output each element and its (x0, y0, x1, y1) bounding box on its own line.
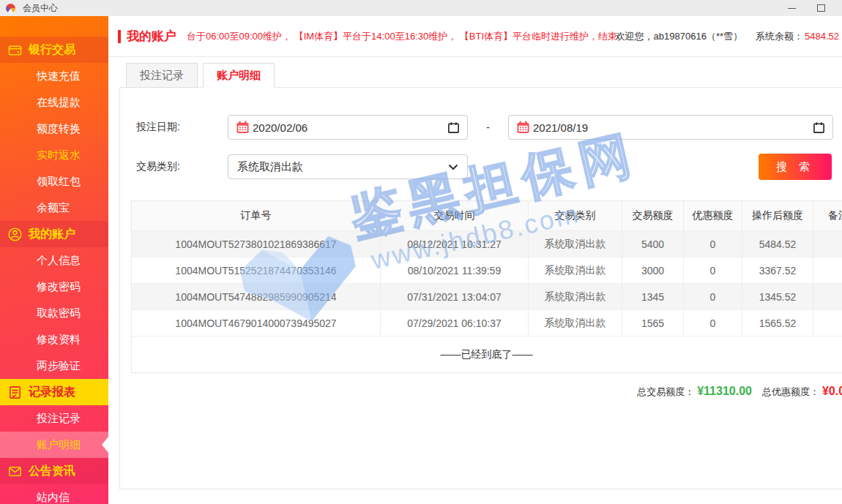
date-from-value: 2020/02/06 (253, 121, 447, 134)
sidebar-item-two-step-verify[interactable]: 两步验证 (0, 353, 108, 379)
sidebar-section-my-account[interactable]: 我的账户 (0, 221, 108, 247)
end-message: ——已经到底了—— (441, 348, 533, 361)
announcement-bar: 我的账户 台于06:00至09:00维护， 【IM体育】平台于14:00至16:… (108, 16, 842, 57)
column-header-3: 交易类别 (529, 201, 622, 230)
date-to-input[interactable]: 2021/08/19 (508, 115, 833, 140)
column-header-7: 备注 (813, 201, 842, 230)
total-discount-label: 总优惠额度： (762, 386, 819, 397)
table-cell (813, 231, 842, 257)
chevron-down-icon (448, 164, 458, 170)
table-cell: 0 (684, 310, 742, 336)
sidebar-item-quick-deposit[interactable]: 快速充值 (0, 63, 108, 89)
page-title-accent (118, 30, 121, 43)
date-from-input[interactable]: 2020/02/06 (228, 115, 468, 140)
sidebar-label: 记录报表 (29, 385, 75, 400)
window-titlebar: 会员中心 (0, 0, 842, 16)
table-cell: 系统取消出款 (529, 284, 622, 309)
system-balance: 系统余额：5484.52 (756, 30, 842, 43)
sidebar-label: 在线提款 (37, 96, 81, 110)
table-cell: 07/31/2021 13:04:07 (381, 284, 529, 309)
table-cell: 1004MOUT5474882985990905214 (132, 284, 381, 309)
sidebar: 银行交易快速充值在线提款额度转换实时返水领取红包余额宝我的账户个人信息修改密码取… (0, 16, 108, 504)
table-body: 1004MOUT527380102186938661708/12/2021 10… (132, 231, 842, 336)
sidebar-section-records-report[interactable]: 记录报表 (0, 379, 108, 405)
minimize-button[interactable] (779, 0, 804, 16)
sidebar-label: 站内信 (37, 491, 70, 504)
user-icon (7, 227, 23, 242)
table-cell (813, 257, 842, 283)
balance-value: 5484.52 (805, 31, 839, 42)
table-cell: 系统取消出款 (529, 310, 622, 336)
sidebar-label: 修改密码 (37, 280, 81, 294)
column-header-5: 优惠额度 (684, 201, 742, 230)
calendar-icon (516, 121, 530, 135)
total-amount-label: 总交易额度： (637, 386, 694, 397)
table-cell: 0 (684, 231, 742, 257)
content-card: 投注日期: 2020/02/06 - 2021/08/19 (119, 87, 842, 489)
date-filter-label: 投注日期: (136, 121, 228, 134)
maximize-button[interactable] (808, 0, 833, 16)
sidebar-item-quota-transfer[interactable]: 额度转换 (0, 116, 108, 142)
sidebar-label: 余额宝 (37, 201, 70, 215)
sidebar-item-realtime-rebate[interactable]: 实时返水 (0, 142, 108, 168)
tab-account-details[interactable]: 账户明细 (203, 63, 275, 88)
table-cell: 1004MOUT5273801021869386617 (132, 231, 381, 257)
sidebar-item-yuebao[interactable]: 余额宝 (0, 195, 108, 221)
sidebar-item-site-mail[interactable]: 站内信 (0, 484, 108, 504)
sidebar-item-online-withdraw[interactable]: 在线提款 (0, 89, 108, 116)
balance-label: 系统余额： (756, 31, 803, 42)
table-cell: 08/12/2021 10:31:27 (381, 231, 529, 257)
column-header-6: 操作后额度 (742, 201, 813, 230)
total-discount-value: ¥0.00 (822, 385, 842, 397)
sidebar-item-change-password[interactable]: 修改密码 (0, 274, 108, 300)
table-cell: 5484.52 (742, 231, 813, 257)
sidebar-label: 两步验证 (37, 359, 81, 373)
date-picker-icon[interactable] (813, 121, 825, 134)
table-cell (813, 284, 842, 309)
sidebar-menu: 银行交易快速充值在线提款额度转换实时返水领取红包余额宝我的账户个人信息修改密码取… (0, 16, 108, 504)
sidebar-section-announcements[interactable]: 公告资讯 (0, 458, 108, 484)
sidebar-item-account-details[interactable]: 账户明细 (0, 432, 108, 458)
page-title: 我的账户 (127, 28, 176, 45)
table-cell: 07/29/2021 06:10:37 (381, 310, 529, 336)
sidebar-item-edit-profile[interactable]: 修改资料 (0, 326, 108, 353)
sidebar-label: 投注记录 (37, 412, 81, 426)
table-cell: 1565 (622, 310, 684, 336)
table-cell: 0 (684, 257, 742, 283)
table-cell: 1004MOUT4679014000739495027 (132, 310, 381, 336)
table-cell: 5400 (622, 231, 684, 257)
table-cell: 0 (684, 284, 742, 309)
sidebar-item-withdraw-password[interactable]: 取款密码 (0, 300, 108, 326)
sidebar-label: 账户明细 (37, 438, 81, 452)
tab-strip: 投注记录 账户明细 (108, 57, 842, 87)
transaction-type-select[interactable]: 系统取消出款 (228, 154, 468, 179)
main-content: 我的账户 台于06:00至09:00维护， 【IM体育】平台于14:00至16:… (108, 16, 842, 504)
table-row-1: 1004MOUT527380102186938661708/12/2021 10… (132, 231, 842, 257)
totals-row: 总交易额度：¥11310.00总优惠额度：¥0.00 (131, 385, 842, 399)
type-filter-label: 交易类别: (136, 160, 228, 173)
sidebar-item-red-packet[interactable]: 领取红包 (0, 168, 108, 195)
app-logo-icon (6, 4, 15, 13)
sidebar-label: 公告资讯 (29, 464, 75, 479)
window-title: 会员中心 (23, 2, 58, 15)
transactions-table: 订单号交易时间交易类别交易额度优惠额度操作后额度备注 1004MOUT52738… (131, 200, 842, 373)
date-picker-icon[interactable] (447, 121, 460, 134)
active-item-arrow (102, 437, 108, 453)
table-cell: 1004MOUT5152521874470353146 (132, 257, 381, 283)
sidebar-label: 取款密码 (37, 306, 81, 320)
sidebar-label: 银行交易 (29, 42, 75, 58)
sidebar-item-personal-info[interactable]: 个人信息 (0, 247, 108, 274)
table-cell (813, 310, 842, 336)
table-cell: 系统取消出款 (529, 257, 622, 283)
date-separator: - (468, 121, 508, 133)
tab-bet-records[interactable]: 投注记录 (126, 63, 198, 88)
wallet-icon (7, 42, 23, 58)
type-filter-row: 交易类别: 系统取消出款 搜 索 (120, 154, 842, 180)
search-button[interactable]: 搜 索 (759, 154, 832, 180)
sidebar-item-bet-records[interactable]: 投注记录 (0, 405, 108, 432)
table-footer: ——已经到底了—— (132, 336, 842, 372)
welcome-label: 欢迎您， (616, 31, 654, 42)
table-row-4: 1004MOUT467901400073949502707/29/2021 06… (132, 310, 842, 336)
sidebar-section-bank-transactions[interactable]: 银行交易 (0, 37, 108, 63)
sidebar-label: 快速充值 (37, 69, 81, 83)
